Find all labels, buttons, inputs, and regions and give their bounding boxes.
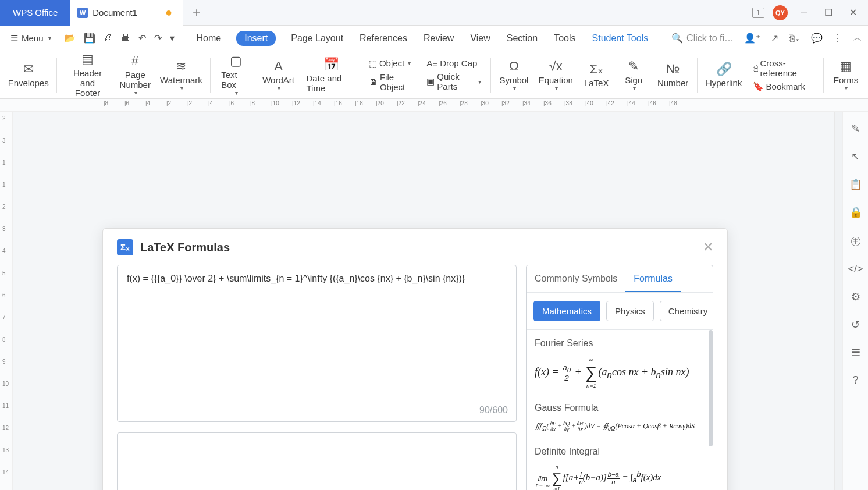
page-scroll[interactable]: Σₓ LaTeX Formulas ✕ f(x) = {{{a_0}} \ove… [13,112,834,490]
qat-more-icon[interactable]: ▾ [170,33,175,44]
formula-name: Definite Integral [535,446,705,457]
search-placeholder: Click to fi… [686,33,734,44]
list-icon[interactable]: ☰ [851,346,860,359]
save-icon[interactable]: 💾 [84,33,95,44]
forms-button[interactable]: ▦Forms▾ [828,51,863,98]
sign-label: Sign [625,75,642,85]
equation-button[interactable]: √xEquation▾ [535,51,577,98]
ribbon-insert: ✉Envelopes ▤Header and Footer #Page Numb… [0,51,868,99]
user-avatar[interactable]: QY [773,5,788,20]
new-tab-button[interactable]: + [183,5,210,21]
bookmark-button[interactable]: 🔖Bookmark [753,81,814,92]
envelopes-button[interactable]: ✉Envelopes [5,51,52,98]
tab-review[interactable]: Review [422,31,455,46]
document-tab[interactable]: W Document1 ● [70,0,183,26]
collapse-ribbon-icon[interactable]: ︿ [853,32,862,44]
sign-button[interactable]: ✎Sign▾ [616,51,651,98]
ribbon-tabs: Home Insert Page Layout References Revie… [183,31,650,46]
clipboard-icon[interactable]: 📋 [849,178,862,191]
redo-icon[interactable]: ↷ [154,33,162,44]
vertical-scrollbar[interactable] [834,112,842,490]
page-number-button[interactable]: #Page Number▾ [116,51,155,98]
quick-parts-button[interactable]: ▣Quick Parts▾ [426,72,481,91]
lock-icon[interactable]: 🔒 [849,206,862,219]
date-time-button[interactable]: 📅Date and Time [301,51,362,98]
user-add-icon[interactable]: 👤⁺ [744,33,760,44]
wordart-button[interactable]: AWordArt▾ [259,51,298,98]
latex-button[interactable]: ΣₓLaTeX [579,51,614,98]
chevron-down-icon: ▾ [48,35,51,41]
app-tab[interactable]: WPS Office [0,0,70,26]
cross-reference-button[interactable]: ⎘Cross-reference [753,58,814,78]
tab-page-layout[interactable]: Page Layout [290,31,344,46]
tab-chemistry[interactable]: Chemistry [660,301,713,321]
search-icon: 🔍 [671,33,683,44]
more-icon[interactable]: ⋮ [833,33,842,44]
latex-input-value: f(x) = {{{a_0}} \over 2} + \sum\limits_{… [127,274,465,283]
sqrt-icon: √x [549,59,563,74]
tab-tools[interactable]: Tools [553,31,577,46]
comment-icon[interactable]: 💬 [811,33,823,44]
object-button[interactable]: ⬚Object▾ [369,58,415,69]
formula-expr: f(x) = a02 + ∞∑n=1(ancos nx + bnsin nx) [535,357,705,389]
history-icon[interactable]: ↺ [851,318,860,331]
tab-insert[interactable]: Insert [236,31,276,46]
formula-item-definite-integral[interactable]: Definite Integral limn→+∞n∑i=1f[a+in(b−a… [535,446,705,490]
help-icon[interactable]: ? [852,374,858,386]
tab-view[interactable]: View [469,31,491,46]
latex-input[interactable]: f(x) = {{{a_0}} \over 2} + \sum\limits_{… [117,265,517,422]
formula-list[interactable]: Fourier Series f(x) = a02 + ∞∑n=1(ancos … [527,330,713,490]
dialog-left: f(x) = {{{a_0}} \over 2} + \sum\limits_{… [117,265,517,490]
pages-badge[interactable]: 1 [752,8,764,18]
tag-icon[interactable]: ⎘▾ [789,33,801,44]
close-window-button[interactable]: ✕ [845,5,861,21]
pen-icon[interactable]: ✎ [851,122,860,135]
open-icon[interactable]: 📂 [64,33,76,44]
latex-label: LaTeX [584,78,609,88]
settings-icon[interactable]: ⚙ [851,290,860,303]
header-footer-button[interactable]: ▤Header and Footer [62,51,113,98]
share-icon[interactable]: ↗ [771,33,778,44]
tab-student-tools[interactable]: Student Tools [591,31,650,46]
cross-reference-label: Cross-reference [760,58,814,78]
code-icon[interactable]: </> [848,263,863,275]
formula-item-gauss[interactable]: Gauss Formula ∭Ω(∂P∂x+∂Q∂y+∂R∂z)dV = ∯∂Ω… [535,403,705,432]
menubar: ☰ Menu ▾ 📂 💾 🖨 🖶 ↶ ↷ ▾ Home Insert Page … [0,26,868,51]
minimize-button[interactable]: ─ [796,5,812,21]
tab-commonly-symbols[interactable]: Commonly Symbols [527,265,625,292]
print-icon[interactable]: 🖨 [104,33,113,44]
tab-formulas[interactable]: Formulas [625,265,681,292]
maximize-button[interactable]: ☐ [820,5,837,21]
symbol-button[interactable]: ΩSymbol▾ [496,51,533,98]
page-number-label: Page Number [120,70,151,90]
drop-cap-label: Drop Cap [440,58,477,68]
watermark-icon: ≋ [176,59,186,74]
tab-references[interactable]: References [358,31,408,46]
watermark-button[interactable]: ≋Watermark▾ [157,51,206,98]
formula-expr: limn→+∞n∑i=1f[a+in(b−a)]b−an = ∫abf(x)dx [535,465,705,490]
number-label: Number [657,78,688,88]
undo-icon[interactable]: ↶ [138,33,146,44]
doc-icon: W [77,8,88,18]
tab-mathematics[interactable]: Mathematics [533,301,600,321]
tab-section[interactable]: Section [506,31,539,46]
translate-icon[interactable]: ㊥ [851,234,861,248]
file-object-button[interactable]: 🗎File Object [369,72,415,92]
text-box-icon: ▢ [230,54,242,69]
formula-item-fourier[interactable]: Fourier Series f(x) = a02 + ∞∑n=1(ancos … [535,338,705,389]
number-button[interactable]: №Number [653,51,692,98]
hyperlink-button[interactable]: 🔗Hyperlink [702,51,746,98]
scrollbar-thumb[interactable] [709,330,713,446]
omega-icon: Ω [509,59,518,74]
tab-home[interactable]: Home [195,31,223,46]
dialog-close-button[interactable]: ✕ [703,240,713,255]
cursor-icon[interactable]: ↖ [851,150,860,163]
search-button[interactable]: 🔍 Click to fi… [671,33,734,44]
drop-cap-button[interactable]: A≡Drop Cap [426,58,481,68]
link-icon: 🔗 [716,62,732,77]
text-box-button[interactable]: ▢Text Box▾ [215,51,256,98]
header-footer-icon: ▤ [81,52,94,67]
tab-physics[interactable]: Physics [606,301,654,321]
print-preview-icon[interactable]: 🖶 [121,33,130,44]
menu-button[interactable]: ☰ Menu ▾ [6,31,56,46]
